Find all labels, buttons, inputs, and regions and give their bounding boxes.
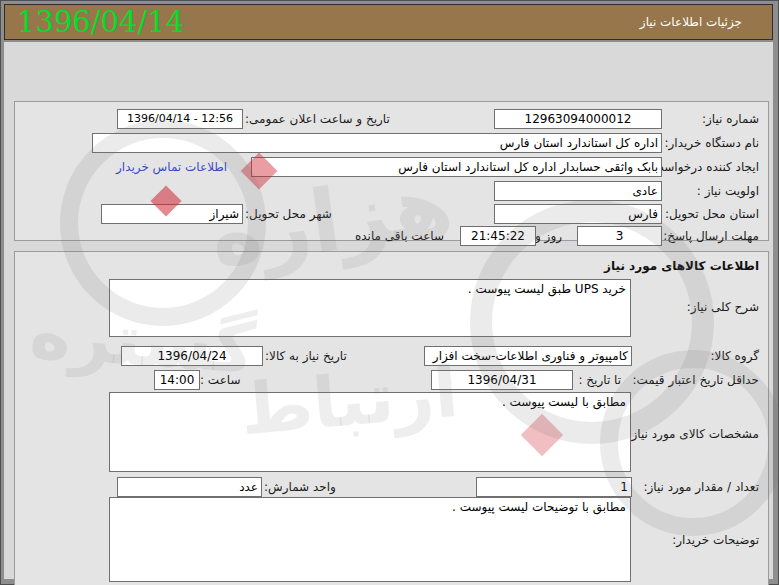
delivery-province-field[interactable]: فارس <box>494 204 662 224</box>
count-unit-field[interactable]: عدد <box>117 477 262 497</box>
priority-field[interactable]: عادی <box>494 181 662 201</box>
price-validity-date-field[interactable]: 1396/04/31 <box>431 370 573 390</box>
header-date: 1396/04/14 <box>17 5 184 39</box>
goods-group-field[interactable]: کامپیوتر و فناوری اطلاعات-سخت افزار <box>424 346 632 366</box>
goods-specs-label: مشخصات کالای مورد نیاز: <box>627 424 759 444</box>
page-title: جزئیات اطلاعات نیاز <box>640 5 742 39</box>
buyer-notes-label: توضیحات خریدار: <box>672 530 759 550</box>
request-creator-label: ایجاد کننده درخواست: <box>648 157 759 177</box>
delivery-province-label: استان محل تحویل: <box>665 204 759 224</box>
content-area: شماره نیاز: 12963094000012 تاریخ و ساعت … <box>4 42 773 579</box>
deadline-days-field[interactable]: 3 <box>577 226 662 246</box>
hour-field[interactable]: 14:00 <box>154 370 200 390</box>
buyer-notes-textarea[interactable]: مطابق با توضیحات لیست پیوست . <box>109 497 631 582</box>
deadline-time-field[interactable]: 21:45:22 <box>460 226 536 246</box>
general-desc-label: شرح کلی نیاز: <box>687 297 759 317</box>
general-desc-textarea[interactable]: خرید UPS طبق لیست پیوست . <box>109 279 631 337</box>
need-number-field[interactable]: 12963094000012 <box>494 109 662 129</box>
need-date-field[interactable]: 1396/04/24 <box>121 346 263 366</box>
priority-label: اولویت نیاز : <box>697 181 759 201</box>
deadline-days-word: روز و <box>535 226 562 246</box>
buyer-org-label: نام دستگاه خریدار: <box>665 133 760 153</box>
delivery-city-label: شهر محل تحویل: <box>245 204 332 224</box>
delivery-city-field[interactable]: شیراز <box>101 204 243 224</box>
goods-group-label: گروه کالا: <box>711 346 760 366</box>
window: جزئیات اطلاعات نیاز 1396/04/14 شماره نیا… <box>0 0 779 585</box>
count-unit-label: واحد شمارش: <box>264 477 336 497</box>
response-deadline-label: مهلت ارسال پاسخ: <box>663 226 759 246</box>
deadline-suffix-text: ساعت باقی مانده <box>355 226 444 246</box>
goods-panel-header: اطلاعات کالاهای مورد نیاز <box>604 259 759 273</box>
buyer-org-field[interactable]: اداره کل استاندارد استان فارس <box>92 133 662 153</box>
need-date-label: تاریخ نیاز به کالا: <box>265 346 347 366</box>
buyer-contact-link[interactable]: اطلاعات تماس خریدار <box>116 157 227 177</box>
need-number-label: شماره نیاز: <box>702 109 759 129</box>
announce-datetime-field[interactable]: 1396/04/14 - 12:56 <box>117 109 243 129</box>
titlebar: جزئیات اطلاعات نیاز 1396/04/14 <box>4 4 773 40</box>
quantity-field[interactable]: 1 <box>476 477 632 497</box>
announce-datetime-label: تاریخ و ساعت اعلان عمومی: <box>245 109 390 129</box>
goods-specs-textarea[interactable]: مطابق با لیست پیوست . <box>109 392 631 472</box>
hour-label: ساعت : <box>200 370 241 390</box>
quantity-label: تعداد / مقدار مورد نیاز: <box>643 477 759 497</box>
price-validity-label: حداقل تاریخ اعتبار قیمت: تا تاریخ : <box>578 370 759 390</box>
request-creator-field[interactable]: بابک واثقی حسابدار اداره کل استاندارد اس… <box>251 157 662 177</box>
